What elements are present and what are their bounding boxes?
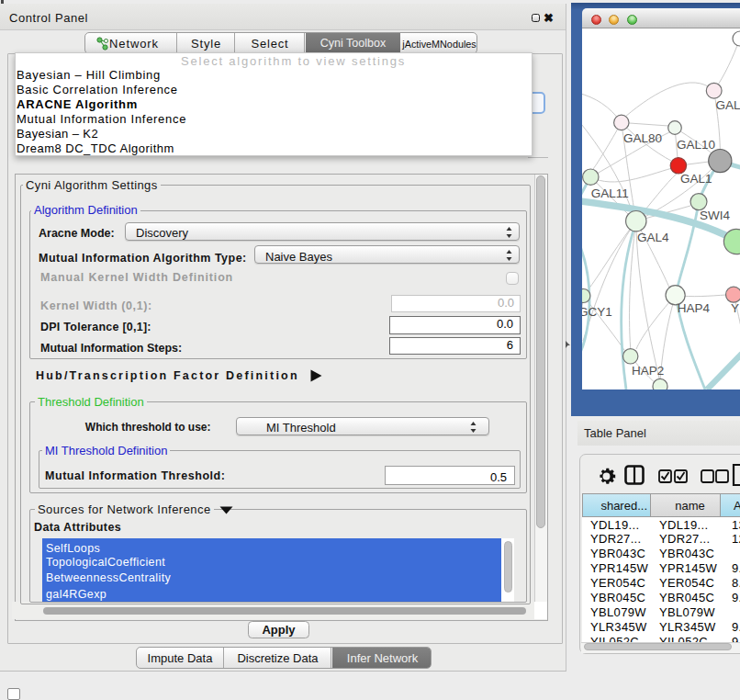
svg-text:GAL10: GAL10: [677, 138, 715, 152]
svg-text:SWI4: SWI4: [700, 209, 730, 222]
svg-text:HAP2: HAP2: [632, 364, 664, 378]
svg-text:GAL4: GAL4: [637, 231, 669, 244]
svg-text:HAP4: HAP4: [678, 301, 711, 315]
svg-text:GAL2: GAL2: [716, 98, 740, 112]
svg-text:GAL80: GAL80: [623, 131, 662, 145]
svg-text:GAL1: GAL1: [680, 172, 712, 186]
svg-text:Y: Y: [731, 301, 739, 315]
svg-text:GCY1: GCY1: [582, 305, 612, 319]
svg-text:GAL11: GAL11: [591, 186, 629, 200]
